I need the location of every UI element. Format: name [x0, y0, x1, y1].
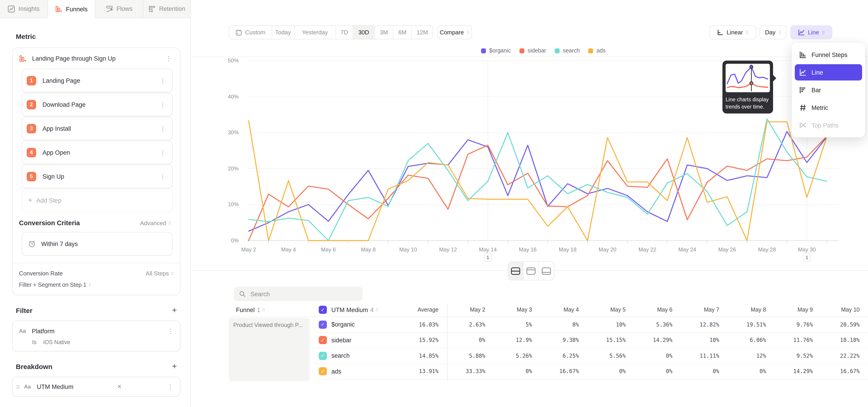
tab-label: Funnels [66, 6, 88, 12]
chart-type-tooltip: Line charts display trends over time. [722, 61, 773, 114]
range-custom[interactable]: Custom [229, 26, 272, 39]
remove-breakdown-icon[interactable]: ✕ [115, 383, 124, 391]
funnel-selector[interactable]: Funnel1⌷ [229, 306, 310, 313]
column-header-may-9[interactable]: May 9 [766, 307, 813, 313]
menu-item-line[interactable]: Line [795, 64, 862, 81]
compare-button[interactable]: Compare⌷ [437, 25, 472, 39]
step-kebab-menu[interactable]: ⋮ [158, 100, 168, 108]
row-checkbox[interactable]: ✓ [319, 352, 327, 360]
menu-item-top-paths: Top Paths [795, 117, 862, 133]
filter-property-row[interactable]: Aa Platform ⋮ [13, 323, 180, 339]
filter-value[interactable]: iOS Native [43, 339, 70, 345]
conversion-window-row[interactable]: Within 7 days [22, 232, 173, 255]
range-6m[interactable]: 6M [393, 26, 412, 39]
value-cell: 0% [579, 368, 626, 375]
funnel-step-landing-page[interactable]: 1Landing Page⋮ [22, 69, 173, 92]
step-number-badge: 2 [27, 100, 36, 109]
tab-insights[interactable]: Insights [0, 0, 48, 18]
breakdown-selector[interactable]: ✓ UTM Medium4⌷ [314, 306, 392, 314]
split-view-toggle[interactable] [508, 262, 524, 280]
funnel-step-app-install[interactable]: 3App Install⋮ [22, 117, 173, 140]
value-cell: 6.25% [532, 353, 579, 359]
range-3m[interactable]: 3M [375, 26, 393, 39]
filter-operator[interactable]: Is [32, 339, 36, 345]
value-cell: 9.52% [766, 353, 813, 359]
annotation-badge[interactable]: 1 [484, 253, 492, 262]
column-header-may-2[interactable]: May 2 [438, 307, 485, 313]
range-12m[interactable]: 12M [412, 26, 433, 39]
tab-funnels[interactable]: Funnels [48, 0, 95, 18]
row-checkbox[interactable]: ✓ [319, 368, 327, 376]
annotation-badge[interactable]: 1 [803, 253, 811, 262]
range-7d[interactable]: 7D [336, 26, 353, 39]
menu-item-metric[interactable]: Metric [795, 99, 862, 116]
range-yesterday[interactable]: Yesterday [294, 26, 336, 39]
add-step-button[interactable]: + Add Step [22, 189, 173, 212]
step-kebab-menu[interactable]: ⋮ [158, 76, 168, 85]
filter-segment-dropdown[interactable]: Filter + Segment on Step 1 ⌷ [19, 282, 174, 288]
conversion-rate-dropdown[interactable]: All Steps⌷ [146, 270, 174, 277]
value-cell: 5.36% [626, 321, 673, 328]
metric-card-header[interactable]: Landing Page through Sign Up ⋮ [13, 48, 180, 69]
value-cell: 2.63% [438, 321, 485, 328]
step-label: App Install [42, 125, 71, 132]
column-header-may-6[interactable]: May 6 [626, 307, 673, 313]
search-input[interactable] [250, 290, 357, 298]
column-header-average[interactable]: Average [392, 307, 438, 313]
value-cell: 5.56% [579, 353, 626, 359]
y-axis-label: 0% [217, 238, 239, 244]
interval-dropdown[interactable]: Day⌷ [760, 25, 786, 39]
range-30d[interactable]: 30D [353, 26, 375, 39]
column-header-may-10[interactable]: May 10 [813, 307, 860, 313]
tab-label: Flows [116, 5, 132, 12]
metric-kebab-menu[interactable]: ⋮ [164, 54, 174, 62]
column-header-may-8[interactable]: May 8 [719, 307, 766, 313]
select-all-checkbox[interactable]: ✓ [319, 306, 327, 314]
step-kebab-menu[interactable]: ⋮ [158, 124, 168, 132]
tab-retention[interactable]: Retention [143, 0, 191, 18]
tab-flows[interactable]: Flows [95, 0, 143, 18]
funnel-step-app-open[interactable]: 4App Open⋮ [22, 140, 173, 164]
value-cell: 0% [673, 368, 719, 375]
breakdown-heading: Breakdown [16, 363, 53, 370]
menu-item-funnel-steps[interactable]: Funnel Steps [795, 46, 862, 63]
add-breakdown-button[interactable]: + [172, 362, 177, 370]
value-cell: 8% [532, 321, 579, 328]
breakdown-kebab-menu[interactable]: ⋮ [165, 383, 176, 391]
app-root: Insights Funnels Flows Retention Metric … [0, 0, 868, 407]
column-header-may-3[interactable]: May 3 [485, 307, 532, 313]
row-checkbox[interactable]: ✓ [319, 321, 327, 329]
range-today[interactable]: Today [272, 26, 294, 39]
column-header-may-7[interactable]: May 7 [673, 307, 719, 313]
value-cell: 0% [438, 337, 485, 343]
filter-kebab-menu[interactable]: ⋮ [165, 327, 176, 335]
advanced-dropdown[interactable]: Advanced⌷ [140, 220, 171, 226]
column-header-may-4[interactable]: May 4 [532, 307, 579, 313]
value-cell: 10% [579, 321, 626, 328]
value-cell: 5% [485, 321, 532, 328]
chevron-down-icon: ⌷ [376, 308, 378, 312]
retention-icon [148, 5, 156, 12]
step-kebab-menu[interactable]: ⋮ [158, 172, 168, 181]
table-row-group[interactable]: Product Viewed through P... [229, 318, 310, 381]
funnel-step-sign-up[interactable]: 5Sign Up⋮ [22, 165, 173, 188]
breakdown-property-row[interactable]: Aa UTM Medium ✕ ⋮ [13, 377, 180, 396]
value-cell: 14.85% [392, 353, 438, 359]
metric-card: Landing Page through Sign Up ⋮ 1Landing … [12, 48, 180, 295]
column-header-may-5[interactable]: May 5 [579, 307, 626, 313]
value-cell: 15.92% [392, 337, 438, 343]
chart-view-toggle[interactable] [524, 262, 539, 280]
add-filter-button[interactable]: + [172, 306, 177, 314]
scale-dropdown[interactable]: Linear⌷ [709, 25, 756, 39]
row-checkbox[interactable]: ✓ [319, 336, 327, 344]
date-range-control: CustomTodayYesterday7D30D3M6M12M [229, 25, 433, 39]
funnel-step-download-page[interactable]: 2Download Page⋮ [22, 93, 173, 116]
drag-handle-icon[interactable] [16, 386, 20, 387]
menu-item-bar[interactable]: Bar [795, 82, 862, 98]
table-view-toggle[interactable] [539, 262, 554, 280]
value-cell: 16.67% [532, 368, 579, 375]
flows-icon [105, 5, 113, 12]
step-number-badge: 5 [27, 171, 36, 181]
chart-type-dropdown[interactable]: Line⌷ [790, 25, 832, 39]
step-kebab-menu[interactable]: ⋮ [158, 148, 168, 156]
